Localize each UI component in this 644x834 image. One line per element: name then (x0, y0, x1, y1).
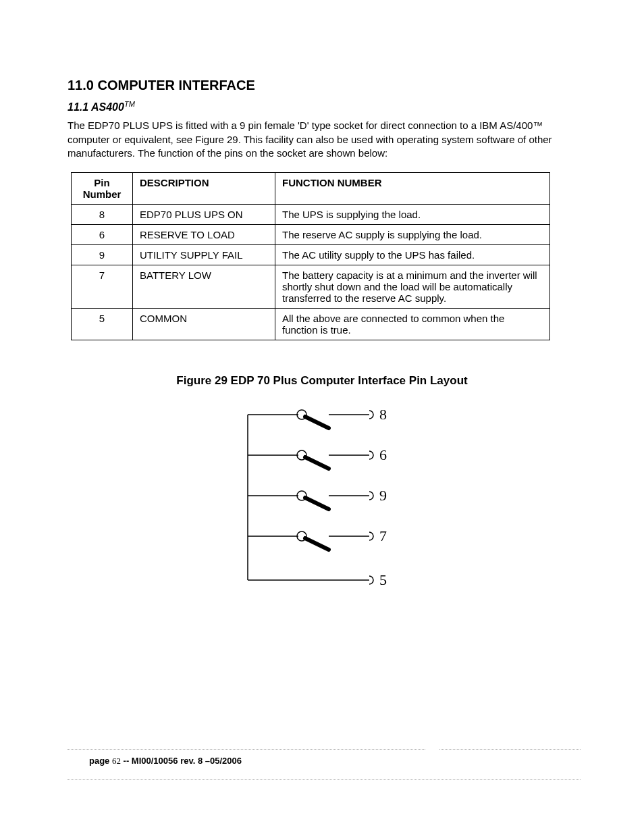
cell-description: BATTERY LOW (133, 265, 275, 309)
table-header-description: DESCRIPTION (133, 173, 275, 205)
pin-layout-diagram: 8 6 9 7 (234, 394, 410, 597)
pin-table: Pin Number DESCRIPTION FUNCTION NUMBER 8… (71, 172, 550, 340)
footer-text: page 62 -- MI00/10056 rev. 8 –05/2006 (89, 756, 242, 766)
cell-function: The reserve AC supply is supplying the l… (275, 225, 550, 245)
cell-description: COMMON (133, 309, 275, 340)
cell-description: UTILITY SUPPLY FAIL (133, 245, 275, 265)
footer-rule-top (68, 749, 581, 750)
svg-line-15 (305, 538, 329, 550)
table-row: 7 BATTERY LOW The battery capacity is at… (72, 265, 550, 309)
pin-label: 9 (379, 487, 387, 504)
pin-label: 6 (379, 446, 387, 463)
subsection-heading: 11.1 AS400TM (68, 100, 576, 113)
figure-wrap: 8 6 9 7 (68, 394, 576, 599)
table-row: 6 RESERVE TO LOAD The reserve AC supply … (72, 225, 550, 245)
table-row: 5 COMMON All the above are connected to … (72, 309, 550, 340)
cell-pin: 8 (72, 205, 133, 225)
pin-label: 8 (379, 406, 387, 423)
footer-rule-bottom (68, 779, 581, 780)
pin-label: 7 (379, 527, 387, 544)
footer-page-number: 62 (112, 756, 121, 766)
cell-pin: 5 (72, 309, 133, 340)
section-heading: 11.0 COMPUTER INTERFACE (68, 78, 576, 93)
table-header-function: FUNCTION NUMBER (275, 173, 550, 205)
footer-sep: -- (121, 756, 132, 766)
svg-line-11 (305, 498, 329, 509)
cell-pin: 9 (72, 245, 133, 265)
cell-function: The UPS is supplying the load. (275, 205, 550, 225)
footer-rev: MI00/10056 rev. 8 –05/2006 (132, 756, 242, 766)
table-row: 9 UTILITY SUPPLY FAIL The AC utility sup… (72, 245, 550, 265)
cell-function: The battery capacity is at a minimum and… (275, 265, 550, 309)
intro-paragraph: The EDP70 PLUS UPS is fitted with a 9 pi… (68, 119, 576, 160)
svg-line-7 (305, 457, 329, 469)
document-page: 11.0 COMPUTER INTERFACE 11.1 AS400TM The… (0, 0, 644, 834)
cell-function: All the above are connected to common wh… (275, 309, 550, 340)
figure-caption: Figure 29 EDP 70 Plus Computer Interface… (68, 374, 576, 388)
footer-page-label: page (89, 756, 109, 766)
pin-label: 5 (379, 571, 387, 588)
cell-description: EDP70 PLUS UPS ON (133, 205, 275, 225)
table-header-pin: Pin Number (72, 173, 133, 205)
cell-function: The AC utility supply to the UPS has fai… (275, 245, 550, 265)
cell-description: RESERVE TO LOAD (133, 225, 275, 245)
trademark-symbol: TM (124, 100, 135, 108)
cell-pin: 7 (72, 265, 133, 309)
svg-line-3 (305, 417, 329, 428)
table-header-row: Pin Number DESCRIPTION FUNCTION NUMBER (72, 173, 550, 205)
table-row: 8 EDP70 PLUS UPS ON The UPS is supplying… (72, 205, 550, 225)
subsection-number-title: 11.1 AS400 (68, 101, 124, 113)
cell-pin: 6 (72, 225, 133, 245)
